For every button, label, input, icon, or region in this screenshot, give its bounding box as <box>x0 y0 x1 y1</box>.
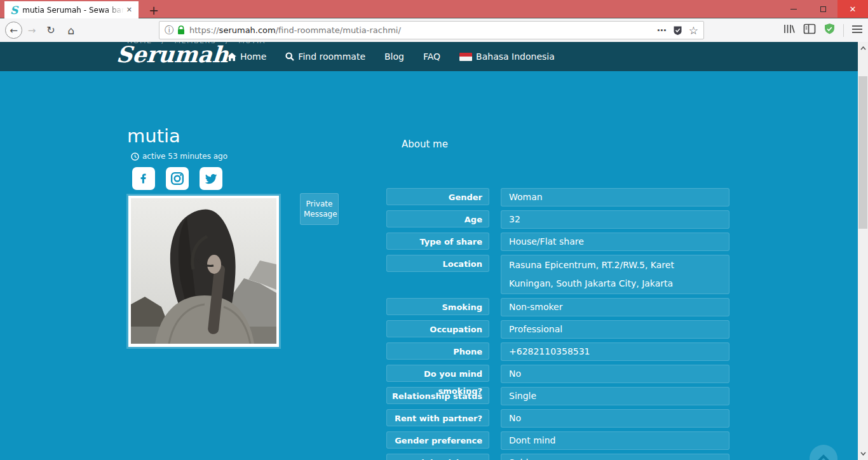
chevron-up-icon <box>817 454 831 460</box>
toolbar-separator <box>843 24 844 37</box>
library-icon[interactable] <box>783 24 796 37</box>
facebook-icon <box>137 172 151 186</box>
profile-field-row: Rent with partner? No <box>386 409 729 428</box>
about-me-heading[interactable]: About me <box>402 139 448 150</box>
clock-icon <box>131 152 139 161</box>
profile-field-label: Relationship status <box>386 387 489 404</box>
adblock-shield-icon[interactable] <box>824 23 836 37</box>
instagram-button[interactable] <box>166 167 189 190</box>
reload-button[interactable]: ↻ <box>41 24 60 36</box>
profile-field-value: Single <box>501 387 729 405</box>
browser-tab[interactable]: S mutia Serumah - Sewa bareng t ✕ <box>4 1 139 18</box>
toolbar-right-icons <box>783 18 863 42</box>
search-icon <box>285 52 294 61</box>
profile-field-value: 32 <box>501 210 729 229</box>
activity-text: active 53 minutes ago <box>142 152 227 161</box>
page-info-icon[interactable]: ⓘ <box>165 25 173 36</box>
home-button[interactable]: ⌂ <box>62 24 81 37</box>
scrollbar-down-icon[interactable] <box>858 449 868 459</box>
nav-item-label: Find roommate <box>298 51 365 62</box>
profile-field-value: +6282110358531 <box>501 342 729 361</box>
profile-field-row: Relationship status Single <box>386 387 729 405</box>
profile-name: mutia <box>127 125 180 147</box>
close-button[interactable]: ✕ <box>837 0 868 18</box>
profile-field-value: Woman <box>501 188 729 206</box>
menu-hamburger-icon[interactable] <box>851 24 863 36</box>
profile-field-row: Gender Woman <box>386 188 729 206</box>
home-icon <box>227 53 236 61</box>
profile-field-value: House/Flat share <box>501 233 729 251</box>
profile-field-label: Do you mind smoking? <box>386 365 489 382</box>
scrollbar-up-icon[interactable] <box>858 43 868 53</box>
profile-field-row: Smoking Non-smoker <box>386 298 729 316</box>
nav-item-language[interactable]: Bahasa Indonesia <box>459 51 555 62</box>
profile-field-label: Rent with partner? <box>386 409 489 426</box>
browser-window: S mutia Serumah - Sewa bareng t ✕ + ✕ ← … <box>0 0 868 460</box>
scrollbar-thumb[interactable] <box>858 76 867 229</box>
nav-item-find-roommate[interactable]: Find roommate <box>285 51 365 62</box>
page-actions-icon[interactable]: ⋯ <box>657 25 667 36</box>
nav-item-home[interactable]: Home <box>227 51 266 62</box>
profile-field-label: Overnight visitors? <box>386 454 489 460</box>
profile-field-row: Overnight visitors? Seldom <box>386 454 729 460</box>
url-path: /find-roommate/mutia-rachmi/ <box>276 25 401 35</box>
nav-item-label: FAQ <box>423 51 440 62</box>
profile-field-value: Seldom <box>501 454 729 460</box>
minimize-button[interactable] <box>779 0 808 18</box>
extension-shield-icon[interactable] <box>673 25 682 36</box>
restore-icon <box>820 6 826 12</box>
facebook-button[interactable] <box>132 167 155 190</box>
profile-field-label: Phone <box>386 342 489 360</box>
browser-toolbar: ← → ↻ ⌂ ⓘ https://serumah.com/find-roomm… <box>0 18 868 42</box>
indonesia-flag-icon <box>459 53 472 61</box>
secure-lock-icon[interactable] <box>177 25 185 35</box>
browser-titlebar: S mutia Serumah - Sewa bareng t ✕ + ✕ <box>0 0 868 18</box>
twitter-icon <box>204 172 218 186</box>
new-tab-button[interactable]: + <box>144 1 164 18</box>
profile-field-value: No <box>501 365 729 383</box>
profile-field-row: Do you mind smoking? No <box>386 365 729 383</box>
page-scrollbar[interactable] <box>858 42 868 460</box>
profile-field-label: Occupation <box>386 320 489 337</box>
nav-item-blog[interactable]: Blog <box>384 51 404 62</box>
site-logo[interactable]: Serumah <box>116 42 229 67</box>
bookmark-star-icon[interactable]: ☆ <box>689 24 698 37</box>
profile-field-label: Gender <box>386 188 489 205</box>
profile-field-value: Rasuna Epicentrum, RT.2/RW.5, Karet Kuni… <box>501 255 729 294</box>
twitter-button[interactable] <box>200 167 222 190</box>
profile-field-row: Gender preference Dont mind <box>386 431 729 450</box>
tab-close-icon[interactable]: ✕ <box>124 4 135 15</box>
profile-field-label: Gender preference <box>386 431 489 449</box>
sidebar-toggle-icon[interactable] <box>803 24 816 37</box>
url-scheme: https:// <box>189 25 219 35</box>
social-links <box>132 167 222 190</box>
tab-title: mutia Serumah - Sewa bareng t <box>22 6 124 15</box>
forward-button: → <box>22 25 41 36</box>
window-controls: ✕ <box>779 0 868 18</box>
profile-field-label: Type of share <box>386 233 489 250</box>
profile-field-row: Location Rasuna Epicentrum, RT.2/RW.5, K… <box>386 255 729 294</box>
scroll-to-top-button[interactable] <box>810 445 837 460</box>
page-viewport: HOME / MEMBERS / MUTIA Serumah Home Find… <box>0 42 858 460</box>
private-message-button[interactable]: Private Message <box>300 193 339 225</box>
restore-button[interactable] <box>808 0 837 18</box>
url-bar[interactable]: ⓘ https://serumah.com/find-roommate/muti… <box>159 21 704 39</box>
profile-field-label: Location <box>386 255 489 272</box>
minimize-icon <box>790 9 797 10</box>
profile-photo <box>128 196 279 347</box>
profile-field-row: Phone +6282110358531 <box>386 342 729 361</box>
url-text[interactable]: https://serumah.com/find-roommate/mutia-… <box>189 25 651 35</box>
serumah-favicon-icon: S <box>10 5 18 15</box>
profile-fields-table: Gender Woman Age 32 Type of share House/… <box>386 188 729 460</box>
nav-item-label: Home <box>240 51 266 62</box>
back-button[interactable]: ← <box>5 22 22 39</box>
profile-field-value: No <box>501 409 729 428</box>
profile-field-value: Dont mind <box>501 431 729 450</box>
profile-field-value: Non-smoker <box>501 298 729 316</box>
profile-field-row: Age 32 <box>386 210 729 229</box>
profile-field-row: Occupation Professional <box>386 320 729 339</box>
nav-item-faq[interactable]: FAQ <box>423 51 440 62</box>
instagram-icon <box>170 171 185 186</box>
nav-item-label: Blog <box>384 51 404 62</box>
profile-field-label: Smoking <box>386 298 489 315</box>
